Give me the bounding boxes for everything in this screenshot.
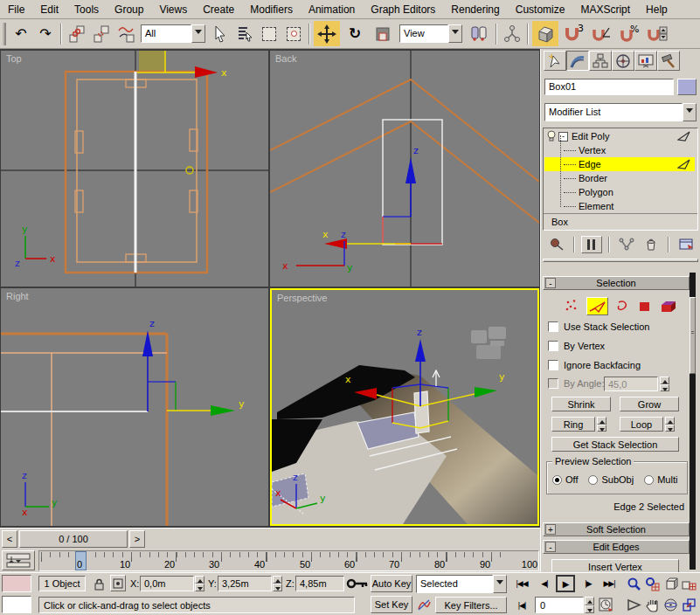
toolbar-drag-handle[interactable]: [3, 23, 6, 45]
tab-modify[interactable]: [566, 51, 589, 71]
redo-icon[interactable]: ↷: [34, 22, 57, 45]
undo-icon[interactable]: ↶: [10, 22, 32, 45]
visibility-bulb-icon[interactable]: [545, 130, 558, 142]
collapse-icon[interactable]: -: [545, 278, 556, 288]
menu-edit[interactable]: Edit: [32, 2, 66, 17]
auto-key-button[interactable]: Auto Key: [371, 575, 412, 592]
ring-spinner[interactable]: [597, 417, 606, 432]
select-and-scale-icon[interactable]: [370, 21, 396, 46]
configure-modifier-sets-icon[interactable]: [676, 236, 698, 253]
maximize-viewport-toggle-icon[interactable]: [681, 596, 697, 613]
preview-off-radio[interactable]: [552, 475, 562, 485]
selection-rollout-header[interactable]: - Selection: [543, 276, 690, 290]
panel-splitter[interactable]: [543, 259, 698, 262]
reference-coordsys-dropdown[interactable]: View: [399, 24, 462, 43]
polygon-mode-icon[interactable]: [636, 299, 654, 314]
move-gizmo-z-axis[interactable]: z: [405, 145, 419, 217]
zoom-icon[interactable]: [626, 575, 642, 592]
select-and-manipulate-icon[interactable]: [501, 22, 523, 45]
play-button[interactable]: ▶: [556, 575, 575, 592]
by-angle-checkbox[interactable]: [548, 378, 558, 389]
menu-tools[interactable]: Tools: [66, 2, 107, 17]
x-spinner[interactable]: [195, 576, 204, 591]
viewport-back-label[interactable]: Back: [275, 53, 296, 64]
menu-maxscript[interactable]: MAXScript: [572, 2, 638, 17]
angle-snap-toggle-icon[interactable]: [588, 21, 614, 46]
edit-edges-rollout-header[interactable]: - Edit Edges: [543, 540, 690, 554]
key-filters-button[interactable]: Key Filters...: [435, 597, 507, 613]
menu-help[interactable]: Help: [638, 2, 676, 17]
modifier-list-dropdown[interactable]: Modifier List: [544, 103, 697, 121]
selection-set-dropdown[interactable]: Selected: [416, 575, 507, 593]
stack-row-edit-poly[interactable]: - Edit Poly: [544, 129, 695, 143]
tab-motion[interactable]: [612, 51, 634, 71]
select-by-name-icon[interactable]: [233, 22, 256, 45]
selection-filter-dropdown[interactable]: All: [141, 24, 205, 43]
stack-item-label[interactable]: Element: [579, 201, 613, 211]
key-mode-toggle-icon[interactable]: |◀|: [512, 597, 531, 614]
back-viewport-canvas[interactable]: z x z x y: [270, 51, 539, 287]
ignore-backfacing-checkbox[interactable]: [548, 360, 558, 370]
percent-snap-toggle-icon[interactable]: %: [616, 21, 642, 46]
expand-icon[interactable]: +: [545, 524, 556, 535]
track-bar-ruler[interactable]: 0 10 20 30 40 50 60 70 80 90 100: [38, 550, 539, 571]
menu-group[interactable]: Group: [107, 2, 151, 17]
zoom-extents-all-icon[interactable]: [681, 575, 697, 592]
make-unique-icon[interactable]: [616, 236, 637, 253]
menu-rendering[interactable]: Rendering: [443, 2, 507, 17]
by-angle-spinner[interactable]: [660, 377, 669, 391]
stack-item-label[interactable]: Vertex: [579, 145, 606, 155]
menu-animation[interactable]: Animation: [301, 2, 363, 17]
use-stack-selection-checkbox[interactable]: [548, 321, 558, 332]
viewport-right[interactable]: z y z y x Right: [1, 288, 268, 526]
stack-row-box[interactable]: Box: [544, 215, 695, 229]
get-stack-selection-button[interactable]: Get Stack Selection: [551, 437, 679, 452]
menu-views[interactable]: Views: [151, 2, 195, 17]
collapse-icon[interactable]: -: [545, 542, 556, 552]
next-frame-icon[interactable]: |▶: [579, 575, 598, 592]
time-configuration-icon[interactable]: [598, 596, 614, 613]
viewport-perspective-label[interactable]: Perspective: [277, 293, 327, 303]
stack-item-label[interactable]: Border: [579, 173, 607, 183]
reference-coordsys-arrow-icon[interactable]: [448, 24, 462, 43]
pan-hand-icon[interactable]: [644, 596, 661, 613]
ring-button[interactable]: Ring: [551, 417, 595, 432]
mini-curve-editor-icon[interactable]: [2, 550, 35, 570]
preview-subobj-radio[interactable]: [588, 475, 598, 485]
viewport-top[interactable]: x y x z Top: [1, 51, 268, 287]
top-viewport-canvas[interactable]: x y x z: [1, 51, 268, 287]
tab-utilities[interactable]: [657, 51, 680, 71]
maxscript-mini-listener-pink[interactable]: [2, 575, 31, 592]
by-vertex-checkbox[interactable]: [548, 341, 558, 351]
panel-scrollbar-thumb[interactable]: [690, 297, 696, 374]
menu-modifiers[interactable]: Modifiers: [242, 2, 301, 17]
selection-lock-icon[interactable]: [91, 576, 107, 591]
selection-set-arrow-icon[interactable]: [493, 575, 507, 593]
z-coord-field[interactable]: 4,85m: [295, 576, 344, 591]
snap-3d-icon[interactable]: 3: [560, 21, 586, 46]
panel-scrollbar[interactable]: [690, 273, 696, 570]
border-mode-icon[interactable]: [613, 299, 631, 314]
arc-rotate-icon[interactable]: [662, 596, 679, 613]
element-mode-icon[interactable]: [659, 299, 680, 314]
loop-spinner[interactable]: [665, 417, 675, 432]
tab-hierarchy[interactable]: [589, 51, 612, 71]
right-viewport-canvas[interactable]: z y z y x: [1, 288, 268, 526]
time-slider-next-icon[interactable]: >: [129, 530, 145, 548]
previous-frame-icon[interactable]: ◀|: [535, 575, 554, 592]
move-gizmo-y-axis[interactable]: y: [167, 398, 245, 416]
insert-vertex-button[interactable]: Insert Vertex: [551, 559, 679, 572]
remove-modifier-icon[interactable]: [641, 236, 662, 253]
tab-display[interactable]: [634, 51, 657, 71]
go-to-start-icon[interactable]: |◀◀: [512, 575, 531, 592]
menu-customize[interactable]: Customize: [508, 2, 573, 17]
unlink-selection-icon[interactable]: [90, 22, 113, 45]
y-coord-field[interactable]: 3,25m: [218, 576, 272, 591]
field-of-view-icon[interactable]: [626, 596, 642, 613]
time-slider[interactable]: 0 / 100: [19, 530, 128, 548]
stack-item-label[interactable]: Polygon: [579, 187, 613, 197]
object-name-field[interactable]: Box01: [544, 79, 674, 95]
snaps-toggle-icon[interactable]: [532, 21, 558, 46]
select-and-link-icon[interactable]: [66, 22, 88, 45]
soft-selection-rollout-header[interactable]: + Soft Selection: [543, 522, 690, 536]
